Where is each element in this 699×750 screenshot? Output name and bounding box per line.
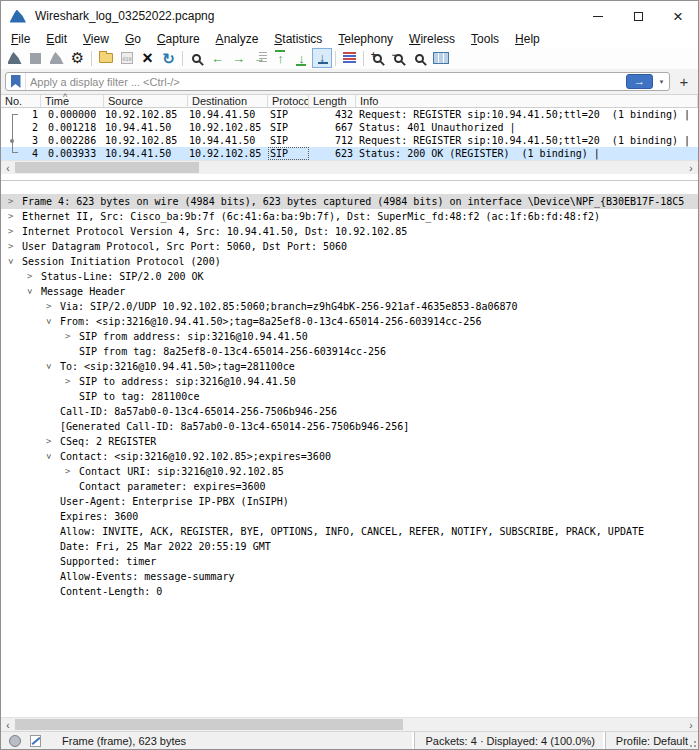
column-header-source[interactable]: Source bbox=[104, 95, 188, 107]
close-file-icon[interactable] bbox=[137, 48, 158, 68]
scroll-right-icon[interactable]: › bbox=[684, 718, 698, 732]
detail-line-content-length[interactable]: Content-Length: 0 bbox=[1, 584, 698, 599]
expander-icon[interactable] bbox=[65, 329, 79, 344]
zoom-out-icon[interactable]: − bbox=[388, 48, 409, 68]
detail-line-allow[interactable]: Allow: INVITE, ACK, REGISTER, BYE, OPTIO… bbox=[1, 524, 698, 539]
zoom-original-icon[interactable] bbox=[409, 48, 430, 68]
detail-line-from-address[interactable]: SIP from address: sip:3216@10.94.41.50 bbox=[1, 329, 698, 344]
menu-telephony[interactable]: Telephony bbox=[330, 32, 401, 46]
go-to-packet-icon[interactable] bbox=[249, 48, 270, 68]
scrollbar-thumb[interactable] bbox=[15, 162, 199, 173]
capture-options-icon[interactable] bbox=[67, 48, 88, 68]
packet-list-hscrollbar[interactable]: ‹ › bbox=[1, 160, 698, 174]
menu-help[interactable]: Help bbox=[507, 32, 548, 46]
menu-capture[interactable]: Capture bbox=[149, 32, 208, 46]
expander-icon[interactable] bbox=[8, 224, 22, 239]
filter-dropdown-icon[interactable] bbox=[654, 73, 669, 90]
display-filter-field[interactable] bbox=[5, 72, 670, 91]
menu-file[interactable]: File bbox=[3, 32, 38, 46]
detail-line-ethernet[interactable]: Ethernet II, Src: Cisco_ba:9b:7f (6c:41:… bbox=[1, 209, 698, 224]
detail-line-to-address[interactable]: SIP to address: sip:3216@10.94.41.50 bbox=[1, 374, 698, 389]
menu-wireless[interactable]: Wireless bbox=[401, 32, 463, 46]
detail-line-to-tag[interactable]: SIP to tag: 281100ce bbox=[1, 389, 698, 404]
detail-line-from-tag[interactable]: SIP from tag: 8a25ef8-0-13c4-65014-256-6… bbox=[1, 344, 698, 359]
expander-icon[interactable] bbox=[27, 284, 41, 299]
details-hscrollbar[interactable]: ‹ › bbox=[1, 717, 698, 731]
column-header-info[interactable]: Info bbox=[356, 95, 698, 107]
stop-capture-icon[interactable] bbox=[25, 48, 46, 68]
close-button[interactable] bbox=[658, 1, 698, 31]
expander-icon[interactable] bbox=[46, 434, 60, 449]
detail-line-date[interactable]: Date: Fri, 25 Mar 2022 20:55:19 GMT bbox=[1, 539, 698, 554]
expander-icon[interactable] bbox=[8, 194, 22, 209]
detail-line-contact-uri[interactable]: Contact URI: sip:3216@10.92.102.85 bbox=[1, 464, 698, 479]
expander-icon[interactable] bbox=[46, 299, 60, 314]
detail-line-to[interactable]: To: <sip:3216@10.94.41.50>;tag=281100ce bbox=[1, 359, 698, 374]
menu-analyze[interactable]: Analyze bbox=[208, 32, 267, 46]
minimize-button[interactable] bbox=[578, 1, 618, 31]
find-packet-icon[interactable] bbox=[186, 48, 207, 68]
scroll-right-icon[interactable]: › bbox=[684, 161, 698, 175]
detail-line-sip[interactable]: Session Initiation Protocol (200) bbox=[1, 254, 698, 269]
column-header-time[interactable]: Time bbox=[41, 95, 104, 107]
packet-row[interactable]: 1 0.000000 10.92.102.85 10.94.41.50 SIP … bbox=[1, 108, 698, 121]
packet-row-selected[interactable]: 4 0.003933 10.94.41.50 10.92.102.85 SIP … bbox=[1, 147, 698, 160]
expander-icon[interactable] bbox=[46, 314, 60, 329]
expander-icon[interactable] bbox=[8, 209, 22, 224]
expander-icon[interactable] bbox=[65, 464, 79, 479]
column-header-destination[interactable]: Destination bbox=[188, 95, 268, 107]
scroll-left-icon[interactable]: ‹ bbox=[1, 718, 15, 732]
packet-row[interactable]: 3 0.002286 10.92.102.85 10.94.41.50 SIP … bbox=[1, 134, 698, 147]
menu-edit[interactable]: Edit bbox=[38, 32, 75, 46]
scroll-left-icon[interactable]: ‹ bbox=[1, 161, 15, 175]
maximize-button[interactable] bbox=[618, 1, 658, 31]
column-header-length[interactable]: Length bbox=[309, 95, 356, 107]
column-header-no[interactable]: No. bbox=[1, 95, 41, 107]
go-last-packet-icon[interactable] bbox=[291, 48, 312, 68]
detail-line-contact[interactable]: Contact: <sip:3216@10.92.102.85>;expires… bbox=[1, 449, 698, 464]
status-profile[interactable]: Profile: Default bbox=[605, 732, 698, 749]
add-filter-button[interactable] bbox=[674, 72, 694, 91]
detail-line-status-line[interactable]: Status-Line: SIP/2.0 200 OK bbox=[1, 269, 698, 284]
reload-file-icon[interactable] bbox=[158, 48, 179, 68]
packet-row[interactable]: 2 0.001218 10.94.41.50 10.92.102.85 SIP … bbox=[1, 121, 698, 134]
scrollbar-thumb[interactable] bbox=[15, 719, 403, 730]
display-filter-input[interactable] bbox=[26, 73, 626, 90]
start-capture-icon[interactable] bbox=[4, 48, 25, 68]
detail-line-cseq[interactable]: CSeq: 2 REGISTER bbox=[1, 434, 698, 449]
auto-scroll-toggle-icon[interactable] bbox=[312, 48, 332, 68]
expander-icon[interactable] bbox=[27, 269, 41, 284]
menu-tools[interactable]: Tools bbox=[463, 32, 507, 46]
expander-icon[interactable] bbox=[46, 449, 60, 464]
detail-line-ip[interactable]: Internet Protocol Version 4, Src: 10.94.… bbox=[1, 224, 698, 239]
detail-line-udp[interactable]: User Datagram Protocol, Src Port: 5060, … bbox=[1, 239, 698, 254]
detail-line-allow-events[interactable]: Allow-Events: message-summary bbox=[1, 569, 698, 584]
open-file-icon[interactable] bbox=[95, 48, 116, 68]
go-back-icon[interactable] bbox=[207, 48, 228, 68]
detail-line-frame[interactable]: Frame 4: 623 bytes on wire (4984 bits), … bbox=[1, 194, 698, 209]
save-file-icon[interactable] bbox=[116, 48, 137, 68]
apply-filter-button[interactable] bbox=[626, 74, 653, 89]
expert-info-icon[interactable] bbox=[9, 735, 21, 747]
zoom-in-icon[interactable]: + bbox=[367, 48, 388, 68]
detail-line-from[interactable]: From: <sip:3216@10.94.41.50>;tag=8a25ef8… bbox=[1, 314, 698, 329]
detail-line-call-id[interactable]: Call-ID: 8a57ab0-0-13c4-65014-256-7506b9… bbox=[1, 404, 698, 419]
expander-icon[interactable] bbox=[46, 359, 60, 374]
colorize-packets-icon[interactable] bbox=[339, 48, 360, 68]
menu-statistics[interactable]: Statistics bbox=[266, 32, 330, 46]
detail-line-generated-call-id[interactable]: [Generated Call-ID: 8a57ab0-0-13c4-65014… bbox=[1, 419, 698, 434]
go-forward-icon[interactable] bbox=[228, 48, 249, 68]
restart-capture-icon[interactable] bbox=[46, 48, 67, 68]
detail-line-message-header[interactable]: Message Header bbox=[1, 284, 698, 299]
go-first-packet-icon[interactable] bbox=[270, 48, 291, 68]
detail-line-expires[interactable]: Expires: 3600 bbox=[1, 509, 698, 524]
menu-go[interactable]: Go bbox=[117, 32, 149, 46]
filter-bookmark-icon[interactable] bbox=[6, 73, 26, 90]
expander-icon[interactable] bbox=[65, 374, 79, 389]
resize-columns-icon[interactable] bbox=[430, 48, 451, 68]
capture-comment-icon[interactable] bbox=[30, 735, 41, 747]
detail-line-contact-parameter[interactable]: Contact parameter: expires=3600 bbox=[1, 479, 698, 494]
menu-view[interactable]: View bbox=[75, 32, 117, 46]
detail-line-user-agent[interactable]: User-Agent: Enterprise IP-PBX (InSIPH) bbox=[1, 494, 698, 509]
detail-line-via[interactable]: Via: SIP/2.0/UDP 10.92.102.85:5060;branc… bbox=[1, 299, 698, 314]
